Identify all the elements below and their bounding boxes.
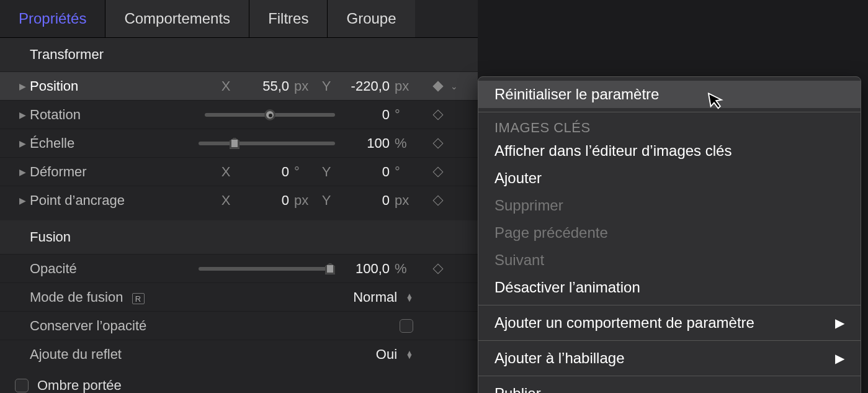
inspector-tabs: Propriétés Comportements Filtres Groupe: [0, 0, 478, 38]
anchor-y-unit: px: [395, 192, 413, 209]
rotation-slider[interactable]: [205, 113, 335, 117]
dropshadow-checkbox[interactable]: [15, 379, 29, 392]
reflect-label: Ajoute du reflet: [30, 346, 216, 363]
tab-properties[interactable]: Propriétés: [0, 0, 105, 37]
section-transform: Transformer: [0, 38, 478, 71]
opacity-unit: %: [395, 261, 413, 277]
axis-x: X: [217, 78, 235, 94]
menu-separator: [478, 305, 861, 305]
blendmode-label-text: Mode de fusion: [30, 289, 123, 305]
disclosure-icon[interactable]: ▶: [15, 138, 30, 148]
keyframe-diamond-icon[interactable]: [426, 265, 450, 273]
disclosure-icon[interactable]: ▶: [15, 110, 30, 120]
dropshadow-label: Ombre portée: [37, 377, 122, 393]
menu-add-param-label: Ajouter un comportement de paramètre: [494, 314, 754, 332]
keyframe-diamond-icon[interactable]: [426, 111, 450, 119]
menu-publish[interactable]: Publier: [478, 380, 861, 393]
scale-unit: %: [395, 135, 413, 151]
blendmode-label: Mode de fusion R: [30, 289, 160, 305]
opacity-value[interactable]: 100,0: [340, 261, 390, 277]
keyframe-diamond-icon[interactable]: [426, 83, 450, 90]
menu-next-kf: Suivant: [478, 246, 861, 274]
axis-x: X: [217, 164, 235, 180]
menu-add-param-behavior[interactable]: Ajouter un comportement de paramètre ▶: [478, 309, 861, 337]
parameter-context-menu: Réinitialiser le paramètre IMAGES CLÉS A…: [478, 76, 861, 393]
position-y-value[interactable]: -220,0: [340, 78, 390, 94]
menu-prev-kf: Page précédente: [478, 219, 861, 246]
scale-label: Échelle: [30, 135, 160, 151]
disclosure-icon[interactable]: ▶: [15, 81, 30, 91]
axis-y: Y: [318, 164, 335, 180]
menu-disable-anim[interactable]: Désactiver l’animation: [478, 274, 861, 301]
scale-value[interactable]: 100: [340, 135, 390, 151]
shear-y-value[interactable]: 0: [340, 164, 390, 180]
axis-y: Y: [318, 192, 335, 209]
menu-separator: [478, 340, 861, 341]
position-y-unit: px: [395, 78, 413, 94]
row-blendmode[interactable]: Mode de fusion R Normal ▲▼: [0, 282, 478, 311]
menu-separator: [478, 376, 861, 376]
rotation-label: Rotation: [30, 107, 160, 123]
param-menu-button[interactable]: ⌄: [450, 81, 463, 91]
menu-header-keyframes: IMAGES CLÉS: [478, 116, 861, 137]
section-blend: Fusion: [0, 220, 478, 254]
rotation-unit: °: [395, 107, 413, 123]
keyframe-diamond-icon[interactable]: [426, 140, 450, 147]
anchor-y-value[interactable]: 0: [340, 192, 390, 209]
position-x-value[interactable]: 55,0: [239, 78, 289, 94]
row-reflection[interactable]: Ajoute du reflet Oui ▲▼: [0, 340, 478, 368]
stepper-icon[interactable]: ▲▼: [406, 294, 413, 301]
tab-group[interactable]: Groupe: [328, 0, 414, 37]
disclosure-icon[interactable]: ▶: [15, 167, 30, 177]
shear-label: Déformer: [30, 164, 160, 180]
axis-x: X: [217, 192, 235, 209]
axis-y: Y: [318, 78, 335, 94]
tab-behaviors[interactable]: Comportements: [105, 0, 249, 37]
anchor-x-value[interactable]: 0: [239, 192, 289, 209]
row-scale[interactable]: ▶ Échelle 100 %: [0, 129, 478, 157]
anchor-x-unit: px: [294, 192, 313, 209]
opacity-label: Opacité: [30, 261, 160, 277]
row-rotation[interactable]: ▶ Rotation 0 °: [0, 100, 478, 129]
row-dropshadow[interactable]: Ombre portée: [0, 368, 478, 393]
keyframe-diamond-icon[interactable]: [426, 168, 450, 176]
row-position[interactable]: ▶ Position X 55,0 px Y -220,0 px ⌄: [0, 71, 478, 100]
row-preserve-opacity[interactable]: Conserver l’opacité: [0, 311, 478, 340]
rotation-value[interactable]: 0: [340, 107, 390, 123]
menu-add-rig-label: Ajouter à l’habillage: [494, 350, 624, 367]
disclosure-icon[interactable]: ▶: [15, 196, 30, 206]
shear-x-unit: °: [294, 164, 313, 180]
preserve-label: Conserver l’opacité: [30, 318, 216, 334]
submenu-arrow-icon: ▶: [835, 315, 844, 330]
menu-separator: [478, 112, 861, 112]
blendmode-value[interactable]: Normal: [353, 289, 397, 305]
position-label: Position: [30, 78, 160, 94]
menu-reset[interactable]: Réinitialiser le paramètre: [478, 81, 861, 108]
menu-add-to-rig[interactable]: Ajouter à l’habillage ▶: [478, 345, 861, 372]
position-x-unit: px: [294, 78, 313, 94]
menu-add-kf[interactable]: Ajouter: [478, 165, 861, 192]
shear-y-unit: °: [395, 164, 413, 180]
scale-slider[interactable]: [199, 142, 335, 145]
row-shear[interactable]: ▶ Déformer X 0 ° Y 0 °: [0, 157, 478, 186]
keyframe-diamond-icon[interactable]: [426, 197, 450, 204]
opacity-slider[interactable]: [199, 267, 335, 271]
tab-filters[interactable]: Filtres: [249, 0, 328, 37]
shear-x-value[interactable]: 0: [239, 164, 289, 180]
menu-delete-kf: Supprimer: [478, 192, 861, 219]
row-opacity[interactable]: Opacité 100,0 %: [0, 254, 478, 282]
submenu-arrow-icon: ▶: [835, 351, 844, 366]
rig-indicator-icon: R: [132, 293, 145, 304]
preserve-checkbox[interactable]: [400, 319, 413, 333]
menu-show-kf-editor[interactable]: Afficher dans l’éditeur d’images clés: [478, 137, 861, 165]
stepper-icon[interactable]: ▲▼: [406, 351, 413, 358]
reflect-value[interactable]: Oui: [376, 346, 397, 363]
anchor-label: Point d’ancrage: [30, 192, 160, 209]
row-anchor[interactable]: ▶ Point d’ancrage X 0 px Y 0 px: [0, 186, 478, 214]
